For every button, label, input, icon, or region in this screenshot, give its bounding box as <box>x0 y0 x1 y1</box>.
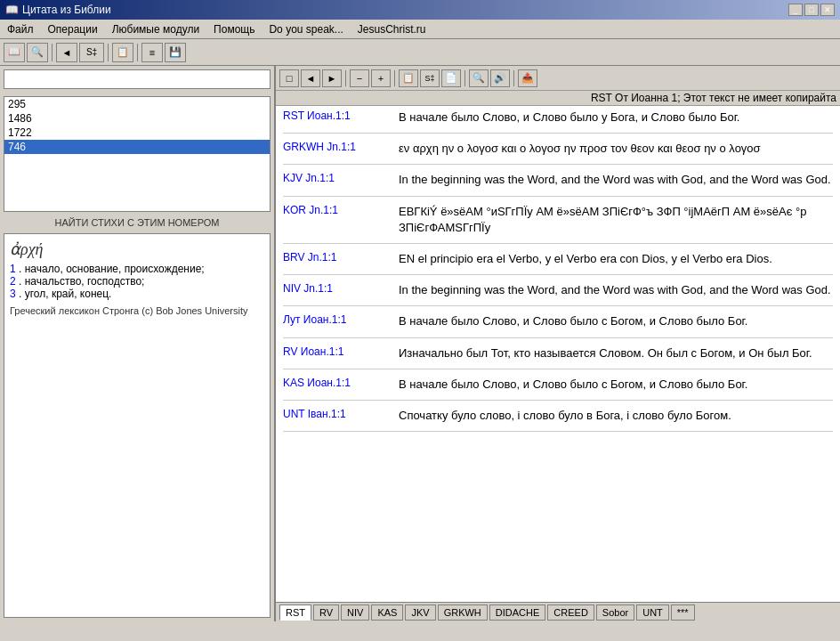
rt-audio[interactable]: 🔊 <box>490 69 510 87</box>
lexicon-entry-2: . начальство, господство; <box>19 275 144 288</box>
title-bar-text: Цитата из Библии <box>22 4 111 16</box>
rt-sep-3 <box>464 70 465 86</box>
verse-ref-8[interactable]: KAS Иоан.1:1 <box>283 377 399 393</box>
status-bar-top: RST От Иоанна 1; Этот текст не имеет коп… <box>276 91 840 106</box>
lexicon-entry-1: . начало, основание, происхождение; <box>19 263 205 275</box>
rt-strongs[interactable]: S‡ <box>420 69 440 87</box>
rt-next[interactable]: ► <box>322 69 342 87</box>
lexicon-num-3: 3 <box>10 288 16 300</box>
minimize-button[interactable]: _ <box>788 4 803 16</box>
tab-jkv[interactable]: JKV <box>405 604 435 621</box>
rt-sep-1 <box>345 70 346 86</box>
tab-niv[interactable]: NIV <box>341 604 369 621</box>
main-toolbar: 📖 🔍 ◄ S‡ 📋 ≡ 💾 <box>0 39 840 66</box>
title-bar-left: 📖 Цитата из Библии <box>5 4 111 16</box>
rt-search[interactable]: 🔍 <box>469 69 489 87</box>
right-toolbar: □ ◄ ► − + 📋 S‡ 📄 🔍 🔊 📤 <box>276 66 840 91</box>
menu-operations[interactable]: Операции <box>44 22 101 37</box>
verse-text-4: EN el principio era el Verbo, y el Verbo… <box>399 251 772 267</box>
tab-grkwh[interactable]: GRKWH <box>438 604 488 621</box>
rt-copy[interactable]: 📋 <box>399 69 418 87</box>
verse-ref-9[interactable]: UNT Іван.1:1 <box>283 408 399 424</box>
strongs-list[interactable]: 295 1486 1722 746 <box>4 96 271 212</box>
title-bar-controls: _ □ ✕ <box>788 4 835 16</box>
tab-rst[interactable]: RST <box>279 604 311 621</box>
list-item-2[interactable]: 1722 <box>4 126 270 140</box>
tab-more[interactable]: *** <box>671 604 695 621</box>
lexicon-entries: 1 . начало, основание, происхождение; 2 … <box>10 263 264 300</box>
menu-jesus[interactable]: JesusChrist.ru <box>354 22 430 37</box>
verse-text-8: В начале было Слово, и Слово было с Бого… <box>399 377 747 393</box>
verse-text-5: In the beginning was the Word, and the W… <box>399 282 831 298</box>
tab-rv[interactable]: RV <box>313 604 339 621</box>
rt-sep-4 <box>513 70 514 86</box>
list-item-1[interactable]: 1486 <box>4 111 270 126</box>
menu-favorites[interactable]: Любимые модули <box>109 22 203 37</box>
tab-kas[interactable]: KAS <box>371 604 403 621</box>
verse-row-2: KJV Jn.1:1 In the beginning was the Word… <box>283 172 833 196</box>
rt-btn-1[interactable]: □ <box>279 69 299 87</box>
verse-row-3: KOR Jn.1:1 ЕВГКіÝ ё»sëАМ °иSГгПÏу АМ ё»s… <box>283 204 833 244</box>
tab-sobor[interactable]: Sobor <box>596 604 634 621</box>
lexicon-word: ἀρχή <box>10 239 264 259</box>
lexicon-entry-3: . угол, край, конец. <box>19 288 111 300</box>
verse-ref-7[interactable]: RV Иоан.1:1 <box>283 345 399 361</box>
verses-container[interactable]: RST Иоан.1:1 В начале было Слово, и Слов… <box>276 106 840 602</box>
verse-text-9: Спочатку було слово, і слово було в Бога… <box>399 408 731 424</box>
search-input[interactable] <box>4 69 271 89</box>
lexicon-source: Греческий лексикон Стронга (c) Bob Jones… <box>10 305 264 316</box>
rt-minus[interactable]: − <box>350 69 369 87</box>
verse-text-0: В начале было Слово, и Слово было у Бога… <box>399 110 739 126</box>
list-item-0[interactable]: 295 <box>4 97 270 111</box>
tab-didache[interactable]: DIDACHE <box>489 604 546 621</box>
verse-text-3: ЕВГКіÝ ё»sëАМ °иSГгПÏу АМ ё»sëАМ ЗПіЄгФ°… <box>399 204 833 236</box>
copy-button[interactable]: 📋 <box>112 43 133 62</box>
rt-sep-2 <box>394 70 395 86</box>
maximize-button[interactable]: □ <box>804 4 819 16</box>
app-icon: 📖 <box>5 4 19 16</box>
save-button[interactable]: 💾 <box>165 43 186 62</box>
title-bar: 📖 Цитата из Библии _ □ ✕ <box>0 0 840 20</box>
verse-text-1: εν αρχη ην ο λογοσ και ο λογοσ ην προσ τ… <box>399 141 761 157</box>
verse-ref-1[interactable]: GRKWH Jn.1:1 <box>283 141 399 157</box>
rt-export[interactable]: 📤 <box>518 69 537 87</box>
search-box-area <box>0 66 274 93</box>
verse-text-6: В начале было Слово, и Слово было с Бого… <box>399 313 747 329</box>
rt-plus[interactable]: + <box>371 69 391 87</box>
verse-text-7: Изначально был Тот, кто называется Слово… <box>399 345 812 361</box>
list-item-3[interactable]: 746 <box>4 140 270 154</box>
back-button[interactable]: ◄ <box>56 43 77 62</box>
verse-ref-6[interactable]: Лут Иоан.1:1 <box>283 313 399 329</box>
menu-speak[interactable]: Do you speak... <box>265 22 346 37</box>
left-panel: 295 1486 1722 746 НАЙТИ СТИХИ С ЭТИМ НОМ… <box>0 66 276 621</box>
verse-ref-5[interactable]: NIV Jn.1:1 <box>283 282 399 298</box>
toolbar-sep-3 <box>137 44 138 61</box>
find-label: НАЙТИ СТИХИ С ЭТИМ НОМЕРОМ <box>0 215 274 230</box>
main-container: 295 1486 1722 746 НАЙТИ СТИХИ С ЭТИМ НОМ… <box>0 66 840 621</box>
open-button[interactable]: 📖 <box>4 43 25 62</box>
close-button[interactable]: ✕ <box>820 4 835 16</box>
search-button[interactable]: 🔍 <box>27 43 48 62</box>
verse-ref-0[interactable]: RST Иоан.1:1 <box>283 110 399 126</box>
verse-row-7: RV Иоан.1:1 Изначально был Тот, кто назы… <box>283 345 833 369</box>
toolbar-sep-2 <box>108 44 109 61</box>
lexicon-panel: ἀρχή 1 . начало, основание, происхождени… <box>4 233 271 618</box>
rt-book[interactable]: 📄 <box>441 69 461 87</box>
menu-file[interactable]: Файл <box>4 22 37 37</box>
verse-ref-4[interactable]: BRV Jn.1:1 <box>283 251 399 267</box>
strongs-button[interactable]: S‡ <box>79 43 104 62</box>
tab-unt[interactable]: UNT <box>636 604 669 621</box>
tab-creed[interactable]: CREED <box>547 604 594 621</box>
verse-row-6: Лут Иоан.1:1 В начале было Слово, и Слов… <box>283 313 833 337</box>
verse-row-8: KAS Иоан.1:1 В начале было Слово, и Слов… <box>283 377 833 401</box>
verse-row-1: GRKWH Jn.1:1 εν αρχη ην ο λογοσ και ο λο… <box>283 141 833 165</box>
verse-row-9: UNT Іван.1:1 Спочатку було слово, і слов… <box>283 408 833 432</box>
verse-ref-3[interactable]: KOR Jn.1:1 <box>283 204 399 236</box>
rt-prev[interactable]: ◄ <box>301 69 320 87</box>
menu-help[interactable]: Помощь <box>210 22 258 37</box>
menu-bar: Файл Операции Любимые модули Помощь Do y… <box>0 20 840 39</box>
list-button[interactable]: ≡ <box>141 43 163 62</box>
verse-row-4: BRV Jn.1:1 EN el principio era el Verbo,… <box>283 251 833 275</box>
bottom-tabs: RST RV NIV KAS JKV GRKWH DIDACHE CREED S… <box>276 602 840 621</box>
verse-ref-2[interactable]: KJV Jn.1:1 <box>283 172 399 188</box>
